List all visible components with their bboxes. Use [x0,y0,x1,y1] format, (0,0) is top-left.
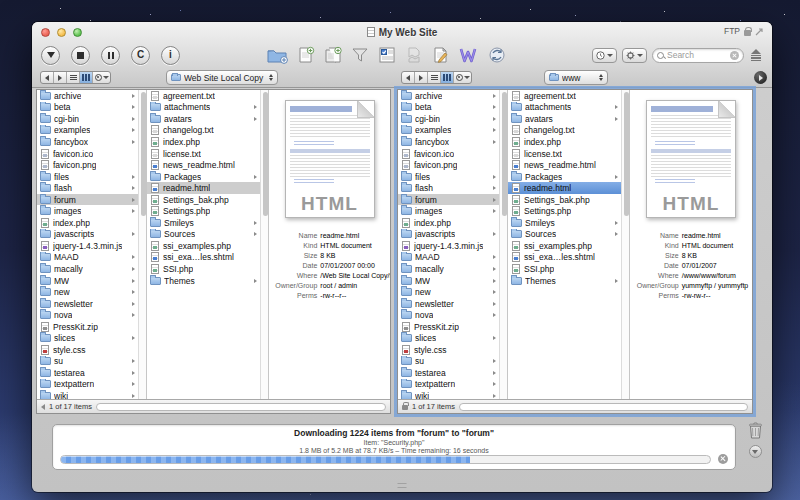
file-row[interactable]: testarea [37,367,138,379]
file-row[interactable]: license.txt [508,148,621,160]
file-row[interactable]: Packages [508,171,621,183]
file-row[interactable]: SSI.php [147,263,260,275]
file-row[interactable]: agreement.txt [147,90,260,102]
go-button[interactable] [754,71,767,84]
file-row[interactable]: nova [398,309,499,321]
file-row[interactable]: MAAD [398,252,499,264]
file-row[interactable]: PressKit.zip [398,321,499,333]
file-row[interactable]: beta [37,102,138,114]
cancel-transfer-icon[interactable] [718,454,728,464]
file-row[interactable]: javascripts [37,229,138,241]
horizontal-scrollbar[interactable] [96,403,386,411]
file-row[interactable]: attachments [147,102,260,114]
file-row[interactable]: su [398,356,499,368]
file-row[interactable]: readme.html [147,182,260,194]
file-row[interactable]: forum [398,194,499,206]
file-row[interactable]: files [398,171,499,183]
duplicate-file-button[interactable] [323,46,343,64]
file-row[interactable]: favicon.png [398,159,499,171]
file-row[interactable]: avatars [508,113,621,125]
file-row[interactable]: news_readme.html [508,159,621,171]
file-row[interactable]: beta [398,102,499,114]
file-row[interactable]: macally [398,263,499,275]
file-row[interactable]: Themes [508,275,621,287]
left-file-column[interactable]: agreement.txt attachments avatars [147,90,260,399]
pause-button[interactable] [101,46,120,65]
file-row[interactable]: index.php [398,217,499,229]
file-row[interactable]: style.css [37,344,138,356]
file-row[interactable]: cgi-bin [37,113,138,125]
file-row[interactable]: Smileys [508,217,621,229]
right-file-column[interactable]: agreement.txt attachments avatars [508,90,621,399]
back-button[interactable] [41,72,54,83]
filter-button[interactable] [350,46,370,64]
file-row[interactable]: favicon.ico [37,148,138,160]
view-options-button[interactable] [454,72,471,83]
file-row[interactable]: wiki [398,390,499,399]
file-row[interactable]: examples [398,125,499,137]
file-row[interactable]: Themes [147,275,260,287]
forward-button[interactable] [54,72,67,83]
info-button[interactable]: i [161,46,180,65]
file-row[interactable]: index.php [147,136,260,148]
horizontal-scrollbar[interactable] [459,403,748,411]
file-row[interactable]: Packages [147,171,260,183]
download-button[interactable] [41,46,60,65]
file-row[interactable]: fancybox [398,136,499,148]
file-row[interactable]: newsletter [398,298,499,310]
file-row[interactable]: license.txt [147,148,260,160]
file-row[interactable]: testarea [398,367,499,379]
file-row[interactable]: Sources [147,229,260,241]
search-field[interactable] [652,48,744,63]
file-row[interactable]: forum [37,194,138,206]
transfer-queue-toggle-button[interactable] [749,445,762,458]
file-row[interactable]: macally [37,263,138,275]
file-row[interactable]: Smileys [147,217,260,229]
window-resize-dimple[interactable] [398,483,407,488]
file-row[interactable]: agreement.txt [508,90,621,102]
file-row[interactable]: new [398,286,499,298]
file-row[interactable]: Settings_bak.php [508,194,621,206]
file-row[interactable]: examples [37,125,138,137]
view-options-button[interactable] [93,72,110,83]
file-row[interactable]: flash [37,182,138,194]
file-row[interactable]: Settings.php [508,205,621,217]
scrollbar[interactable] [621,90,630,399]
column-view-button[interactable] [441,72,454,83]
file-row[interactable]: slices [37,332,138,344]
file-row[interactable]: style.css [398,344,499,356]
file-row[interactable]: readme.html [508,182,621,194]
split-file-button[interactable] [404,46,424,64]
scrollbar[interactable] [260,90,269,399]
sync-button[interactable] [487,46,507,64]
file-row[interactable]: Sources [508,229,621,241]
file-row[interactable]: files [37,171,138,183]
file-row[interactable]: Settings_bak.php [147,194,260,206]
file-row[interactable]: changelog.txt [508,125,621,137]
file-row[interactable]: flash [398,182,499,194]
scrollbar[interactable] [138,90,147,399]
file-row[interactable]: wiki [37,390,138,399]
file-row[interactable]: favicon.ico [398,148,499,160]
fullscreen-icon[interactable] [755,27,764,36]
file-row[interactable]: ssi_examples.php [147,240,260,252]
right-location-dropdown[interactable]: www [544,70,608,85]
file-row[interactable]: favicon.png [37,159,138,171]
file-row[interactable]: MW [398,275,499,287]
file-row[interactable]: archive [37,90,138,102]
scrollbar[interactable] [499,90,508,399]
trash-icon[interactable] [748,422,763,439]
minimize-button[interactable] [57,28,66,37]
file-row[interactable]: cgi-bin [398,113,499,125]
file-row[interactable]: MAAD [37,252,138,264]
refresh-button[interactable]: C [131,46,150,65]
file-row[interactable]: textpattern [37,379,138,391]
history-back-icon[interactable] [41,404,45,410]
zoom-button[interactable] [73,28,82,37]
file-row[interactable]: Settings.php [147,205,260,217]
file-row[interactable]: new [37,286,138,298]
file-row[interactable]: jquery-1.4.3.min.js [37,240,138,252]
file-row[interactable]: javascripts [398,229,499,241]
file-row[interactable]: fancybox [37,136,138,148]
search-input[interactable] [667,50,727,60]
